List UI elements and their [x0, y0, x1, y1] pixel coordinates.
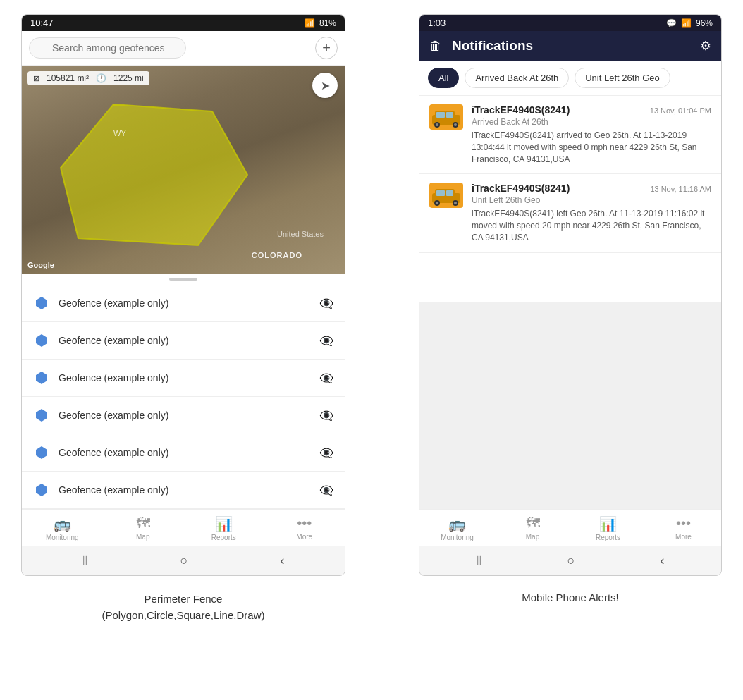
right-reports-icon: 📊	[599, 515, 617, 532]
car-icon-2	[431, 185, 462, 206]
settings-icon[interactable]: ⚙	[700, 38, 711, 54]
svg-marker-1	[36, 297, 47, 309]
drag-handle[interactable]	[169, 278, 197, 281]
nav-map[interactable]: 🗺 Map	[103, 510, 184, 546]
geofence-item-2[interactable]: Geofence (example only) 👁‍🗨	[22, 360, 345, 397]
tab-arrived[interactable]: Arrived Back At 26th	[465, 68, 569, 88]
geo-shape-icon-2	[33, 369, 50, 386]
android-back-btn[interactable]: ‹	[280, 553, 284, 568]
visibility-toggle-2[interactable]: 👁‍🗨	[319, 372, 333, 385]
geofence-item-0[interactable]: Geofence (example only) 👁‍🗨	[22, 285, 345, 322]
map-area[interactable]: ⊠ 105821 mi² 🕐 1225 mi WY United States …	[22, 66, 345, 274]
chat-icon: 💬	[666, 18, 677, 28]
svg-marker-3	[36, 372, 47, 384]
map-stats: ⊠ 105821 mi² 🕐 1225 mi	[27, 71, 149, 85]
visibility-toggle-4[interactable]: 👁‍🗨	[319, 446, 333, 460]
svg-point-12	[436, 123, 438, 126]
geo-label-0: Geofence (example only)	[59, 297, 311, 309]
search-input[interactable]	[29, 37, 186, 59]
svg-rect-9	[436, 112, 445, 118]
geofence-list: Geofence (example only) 👁‍🗨 Geofence (ex…	[22, 285, 345, 509]
android-menu-btn[interactable]: ⦀	[82, 553, 88, 568]
car-avatar-1	[429, 104, 463, 130]
right-status-icons: 💬 📶 96%	[666, 18, 713, 28]
geofence-item-3[interactable]: Geofence (example only) 👁‍🗨	[22, 397, 345, 434]
right-nav-monitoring[interactable]: 🚌 Monitoring	[419, 510, 495, 546]
right-nav-reports[interactable]: 📊 Reports	[570, 510, 646, 546]
visibility-toggle-3[interactable]: 👁‍🗨	[319, 409, 333, 422]
svg-marker-6	[36, 484, 47, 496]
right-monitoring-label: Monitoring	[441, 534, 474, 541]
left-time: 10:47	[30, 18, 54, 28]
notif-event-1: Arrived Back At 26th	[472, 117, 711, 127]
caption-right-text: Mobile Phone Alerts!	[522, 591, 619, 603]
notification-item-1[interactable]: iTrackEF4940S(8241) 13 Nov, 01:04 PM Arr…	[419, 96, 721, 174]
nav-reports[interactable]: 📊 Reports	[183, 510, 264, 546]
geo-label-5: Geofence (example only)	[59, 484, 311, 496]
svg-point-14	[454, 123, 457, 126]
right-map-label: Map	[526, 533, 539, 541]
right-nav-map[interactable]: 🗺 Map	[495, 510, 570, 546]
compass-button[interactable]: ➤	[312, 73, 338, 98]
tab-unit-left[interactable]: Unit Left 26th Geo	[575, 68, 670, 88]
notif-device-1: iTrackEF4940S(8241)	[472, 104, 570, 116]
notification-item-2[interactable]: iTrackEF4940S(8241) 13 Nov, 11:16 AM Uni…	[419, 174, 721, 252]
notifications-list: iTrackEF4940S(8241) 13 Nov, 01:04 PM Arr…	[419, 96, 721, 302]
svg-point-20	[436, 202, 438, 204]
trash-icon[interactable]: 🗑	[429, 39, 442, 54]
geo-label-4: Geofence (example only)	[59, 447, 311, 458]
android-back-btn-right[interactable]: ‹	[660, 553, 664, 568]
nav-more[interactable]: ••• More	[264, 510, 345, 546]
svg-marker-0	[61, 104, 247, 245]
geo-shape-icon-5	[33, 481, 50, 498]
monitoring-label: Monitoring	[46, 534, 79, 541]
notif-time-1: 13 Nov, 01:04 PM	[650, 106, 711, 115]
android-menu-btn-right[interactable]: ⦀	[477, 553, 482, 568]
battery-label-right: 96%	[696, 18, 713, 28]
wifi-icon: 📶	[305, 18, 315, 28]
geo-label-3: Geofence (example only)	[59, 410, 311, 421]
right-map-icon: 🗺	[526, 515, 540, 532]
caption-left: Perimeter Fence(Polygon,Circle,Square,Li…	[21, 583, 345, 632]
colorado-label: COLORADO	[252, 251, 302, 259]
android-home-btn-right[interactable]: ○	[567, 553, 575, 568]
notif-top-row-1: iTrackEF4940S(8241) 13 Nov, 01:04 PM	[472, 104, 711, 116]
visibility-toggle-1[interactable]: 👁‍🗨	[319, 334, 333, 348]
svg-marker-4	[36, 409, 47, 422]
geofence-item-4[interactable]: Geofence (example only) 👁‍🗨	[22, 434, 345, 472]
right-status-bar: 1:03 💬 📶 96%	[419, 15, 721, 31]
geo-shape-icon-3	[33, 407, 50, 424]
visibility-toggle-0[interactable]: 👁‍🗨	[319, 297, 333, 310]
more-icon: •••	[297, 515, 312, 532]
right-more-icon: •••	[676, 515, 691, 532]
geofence-item-5[interactable]: Geofence (example only) 👁‍🗨	[22, 472, 345, 509]
right-phone: 1:03 💬 📶 96% 🗑 Notifications ⚙ All Arriv…	[419, 14, 722, 576]
svg-rect-18	[446, 190, 453, 196]
notif-body-1: iTrackEF4940S(8241) arrived to Geo 26th.…	[472, 130, 711, 165]
reports-icon: 📊	[215, 515, 233, 532]
right-nav-more[interactable]: ••• More	[646, 510, 721, 546]
nav-monitoring[interactable]: 🚌 Monitoring	[22, 510, 103, 546]
notif-content-2: iTrackEF4940S(8241) 13 Nov, 11:16 AM Uni…	[472, 183, 711, 243]
geo-shape-icon-4	[33, 444, 50, 461]
google-logo: Google	[27, 261, 54, 269]
right-reports-label: Reports	[596, 534, 620, 541]
notif-device-2: iTrackEF4940S(8241)	[472, 183, 570, 194]
svg-point-22	[454, 202, 457, 204]
android-home-btn[interactable]: ○	[180, 553, 188, 568]
map-label: Map	[136, 533, 149, 541]
right-bottom-nav: 🚌 Monitoring 🗺 Map 📊 Reports ••• More	[419, 509, 721, 546]
left-phone: 10:47 📶 81% 🔍 + ⊠ 105821 mi² 🕐 1225 mi	[21, 14, 345, 576]
caption-right: Mobile Phone Alerts!	[419, 583, 722, 632]
notif-content-1: iTrackEF4940S(8241) 13 Nov, 01:04 PM Arr…	[472, 104, 711, 165]
right-monitoring-icon: 🚌	[448, 515, 466, 532]
notifications-header: 🗑 Notifications ⚙	[419, 31, 721, 61]
add-geofence-button[interactable]: +	[315, 37, 338, 59]
wifi-icon-right: 📶	[681, 18, 692, 28]
tab-all[interactable]: All	[428, 68, 459, 88]
notif-time-2: 13 Nov, 11:16 AM	[650, 185, 711, 193]
geofence-item-1[interactable]: Geofence (example only) 👁‍🗨	[22, 322, 345, 360]
visibility-toggle-5[interactable]: 👁‍🗨	[319, 484, 333, 497]
right-time: 1:03	[428, 18, 446, 28]
captions: Perimeter Fence(Polygon,Circle,Square,Li…	[0, 583, 743, 632]
